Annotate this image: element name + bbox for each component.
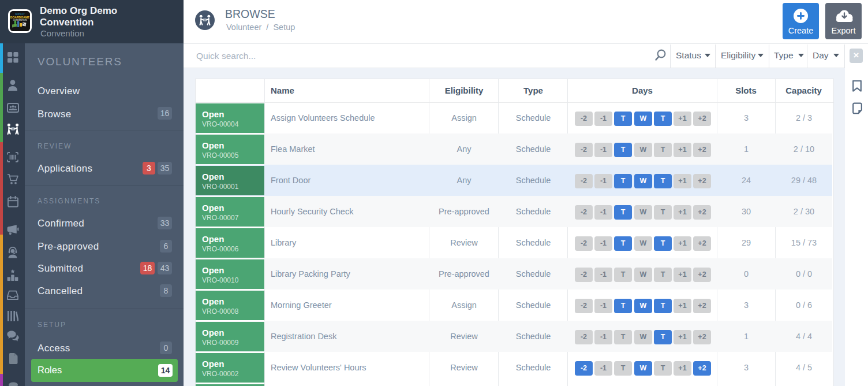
svg-text:BOARDGAME: BOARDGAME (10, 16, 30, 19)
